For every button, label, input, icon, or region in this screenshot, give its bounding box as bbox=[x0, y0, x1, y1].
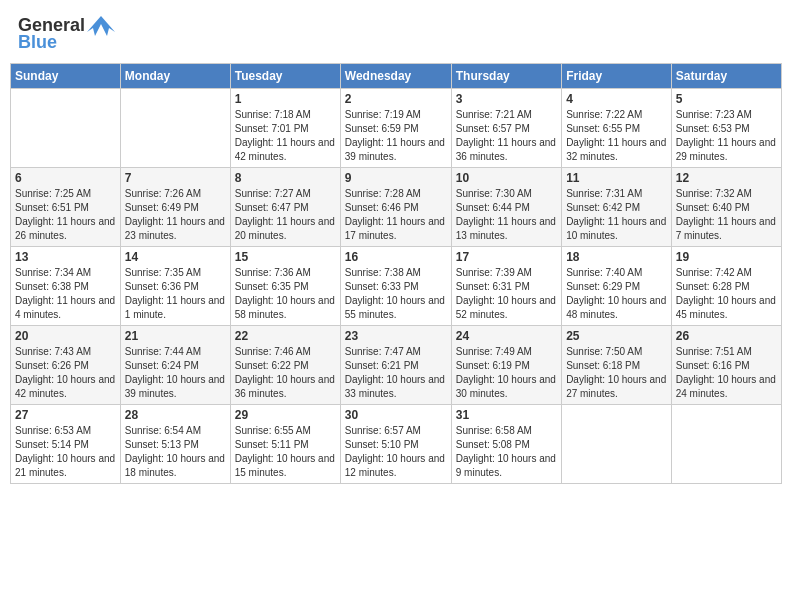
calendar-cell: 22Sunrise: 7:46 AM Sunset: 6:22 PM Dayli… bbox=[230, 326, 340, 405]
calendar-week-row: 6Sunrise: 7:25 AM Sunset: 6:51 PM Daylig… bbox=[11, 168, 782, 247]
logo: General Blue bbox=[18, 14, 115, 53]
calendar-cell bbox=[11, 89, 121, 168]
weekday-header-sunday: Sunday bbox=[11, 64, 121, 89]
day-info: Sunrise: 7:35 AM Sunset: 6:36 PM Dayligh… bbox=[125, 266, 226, 322]
day-info: Sunrise: 7:50 AM Sunset: 6:18 PM Dayligh… bbox=[566, 345, 667, 401]
day-info: Sunrise: 7:39 AM Sunset: 6:31 PM Dayligh… bbox=[456, 266, 557, 322]
day-info: Sunrise: 7:43 AM Sunset: 6:26 PM Dayligh… bbox=[15, 345, 116, 401]
calendar-cell: 16Sunrise: 7:38 AM Sunset: 6:33 PM Dayli… bbox=[340, 247, 451, 326]
day-info: Sunrise: 7:47 AM Sunset: 6:21 PM Dayligh… bbox=[345, 345, 447, 401]
day-info: Sunrise: 6:58 AM Sunset: 5:08 PM Dayligh… bbox=[456, 424, 557, 480]
day-info: Sunrise: 6:55 AM Sunset: 5:11 PM Dayligh… bbox=[235, 424, 336, 480]
day-number: 5 bbox=[676, 92, 777, 106]
day-info: Sunrise: 6:57 AM Sunset: 5:10 PM Dayligh… bbox=[345, 424, 447, 480]
calendar-cell bbox=[562, 405, 672, 484]
day-info: Sunrise: 7:19 AM Sunset: 6:59 PM Dayligh… bbox=[345, 108, 447, 164]
day-number: 6 bbox=[15, 171, 116, 185]
calendar-cell: 23Sunrise: 7:47 AM Sunset: 6:21 PM Dayli… bbox=[340, 326, 451, 405]
day-number: 25 bbox=[566, 329, 667, 343]
calendar-cell: 29Sunrise: 6:55 AM Sunset: 5:11 PM Dayli… bbox=[230, 405, 340, 484]
day-number: 28 bbox=[125, 408, 226, 422]
calendar-cell: 24Sunrise: 7:49 AM Sunset: 6:19 PM Dayli… bbox=[451, 326, 561, 405]
day-info: Sunrise: 7:46 AM Sunset: 6:22 PM Dayligh… bbox=[235, 345, 336, 401]
calendar-cell: 4Sunrise: 7:22 AM Sunset: 6:55 PM Daylig… bbox=[562, 89, 672, 168]
day-number: 17 bbox=[456, 250, 557, 264]
day-number: 20 bbox=[15, 329, 116, 343]
calendar-cell: 20Sunrise: 7:43 AM Sunset: 6:26 PM Dayli… bbox=[11, 326, 121, 405]
calendar-cell: 25Sunrise: 7:50 AM Sunset: 6:18 PM Dayli… bbox=[562, 326, 672, 405]
day-info: Sunrise: 7:34 AM Sunset: 6:38 PM Dayligh… bbox=[15, 266, 116, 322]
day-info: Sunrise: 6:54 AM Sunset: 5:13 PM Dayligh… bbox=[125, 424, 226, 480]
calendar-cell: 21Sunrise: 7:44 AM Sunset: 6:24 PM Dayli… bbox=[120, 326, 230, 405]
calendar-week-row: 20Sunrise: 7:43 AM Sunset: 6:26 PM Dayli… bbox=[11, 326, 782, 405]
calendar-cell: 14Sunrise: 7:35 AM Sunset: 6:36 PM Dayli… bbox=[120, 247, 230, 326]
day-info: Sunrise: 7:26 AM Sunset: 6:49 PM Dayligh… bbox=[125, 187, 226, 243]
day-number: 15 bbox=[235, 250, 336, 264]
calendar-cell bbox=[671, 405, 781, 484]
calendar-cell: 7Sunrise: 7:26 AM Sunset: 6:49 PM Daylig… bbox=[120, 168, 230, 247]
day-number: 4 bbox=[566, 92, 667, 106]
calendar-cell: 2Sunrise: 7:19 AM Sunset: 6:59 PM Daylig… bbox=[340, 89, 451, 168]
day-info: Sunrise: 7:22 AM Sunset: 6:55 PM Dayligh… bbox=[566, 108, 667, 164]
day-number: 14 bbox=[125, 250, 226, 264]
calendar-cell: 13Sunrise: 7:34 AM Sunset: 6:38 PM Dayli… bbox=[11, 247, 121, 326]
logo-blue-text: Blue bbox=[18, 32, 57, 53]
calendar-cell: 11Sunrise: 7:31 AM Sunset: 6:42 PM Dayli… bbox=[562, 168, 672, 247]
day-number: 11 bbox=[566, 171, 667, 185]
weekday-header-saturday: Saturday bbox=[671, 64, 781, 89]
calendar-cell: 18Sunrise: 7:40 AM Sunset: 6:29 PM Dayli… bbox=[562, 247, 672, 326]
day-number: 26 bbox=[676, 329, 777, 343]
day-number: 24 bbox=[456, 329, 557, 343]
calendar-cell: 1Sunrise: 7:18 AM Sunset: 7:01 PM Daylig… bbox=[230, 89, 340, 168]
calendar-cell: 10Sunrise: 7:30 AM Sunset: 6:44 PM Dayli… bbox=[451, 168, 561, 247]
day-info: Sunrise: 7:27 AM Sunset: 6:47 PM Dayligh… bbox=[235, 187, 336, 243]
day-number: 16 bbox=[345, 250, 447, 264]
day-info: Sunrise: 7:51 AM Sunset: 6:16 PM Dayligh… bbox=[676, 345, 777, 401]
svg-marker-0 bbox=[87, 16, 115, 36]
day-number: 22 bbox=[235, 329, 336, 343]
calendar-cell: 5Sunrise: 7:23 AM Sunset: 6:53 PM Daylig… bbox=[671, 89, 781, 168]
weekday-header-monday: Monday bbox=[120, 64, 230, 89]
calendar-cell: 12Sunrise: 7:32 AM Sunset: 6:40 PM Dayli… bbox=[671, 168, 781, 247]
calendar-week-row: 13Sunrise: 7:34 AM Sunset: 6:38 PM Dayli… bbox=[11, 247, 782, 326]
calendar-week-row: 27Sunrise: 6:53 AM Sunset: 5:14 PM Dayli… bbox=[11, 405, 782, 484]
day-number: 3 bbox=[456, 92, 557, 106]
day-info: Sunrise: 7:28 AM Sunset: 6:46 PM Dayligh… bbox=[345, 187, 447, 243]
weekday-header-thursday: Thursday bbox=[451, 64, 561, 89]
day-number: 13 bbox=[15, 250, 116, 264]
day-number: 19 bbox=[676, 250, 777, 264]
day-number: 10 bbox=[456, 171, 557, 185]
day-info: Sunrise: 7:32 AM Sunset: 6:40 PM Dayligh… bbox=[676, 187, 777, 243]
day-info: Sunrise: 7:42 AM Sunset: 6:28 PM Dayligh… bbox=[676, 266, 777, 322]
calendar-cell: 30Sunrise: 6:57 AM Sunset: 5:10 PM Dayli… bbox=[340, 405, 451, 484]
day-info: Sunrise: 7:30 AM Sunset: 6:44 PM Dayligh… bbox=[456, 187, 557, 243]
calendar-cell: 19Sunrise: 7:42 AM Sunset: 6:28 PM Dayli… bbox=[671, 247, 781, 326]
calendar-table: SundayMondayTuesdayWednesdayThursdayFrid… bbox=[10, 63, 782, 484]
day-number: 18 bbox=[566, 250, 667, 264]
day-info: Sunrise: 7:21 AM Sunset: 6:57 PM Dayligh… bbox=[456, 108, 557, 164]
day-info: Sunrise: 7:40 AM Sunset: 6:29 PM Dayligh… bbox=[566, 266, 667, 322]
day-info: Sunrise: 7:38 AM Sunset: 6:33 PM Dayligh… bbox=[345, 266, 447, 322]
calendar-cell: 26Sunrise: 7:51 AM Sunset: 6:16 PM Dayli… bbox=[671, 326, 781, 405]
day-number: 7 bbox=[125, 171, 226, 185]
calendar-cell: 17Sunrise: 7:39 AM Sunset: 6:31 PM Dayli… bbox=[451, 247, 561, 326]
page-header: General Blue bbox=[10, 10, 782, 57]
calendar-cell: 15Sunrise: 7:36 AM Sunset: 6:35 PM Dayli… bbox=[230, 247, 340, 326]
calendar-cell bbox=[120, 89, 230, 168]
day-number: 31 bbox=[456, 408, 557, 422]
day-number: 8 bbox=[235, 171, 336, 185]
calendar-cell: 9Sunrise: 7:28 AM Sunset: 6:46 PM Daylig… bbox=[340, 168, 451, 247]
day-info: Sunrise: 7:44 AM Sunset: 6:24 PM Dayligh… bbox=[125, 345, 226, 401]
calendar-header-row: SundayMondayTuesdayWednesdayThursdayFrid… bbox=[11, 64, 782, 89]
day-info: Sunrise: 7:36 AM Sunset: 6:35 PM Dayligh… bbox=[235, 266, 336, 322]
day-number: 29 bbox=[235, 408, 336, 422]
day-number: 2 bbox=[345, 92, 447, 106]
calendar-cell: 27Sunrise: 6:53 AM Sunset: 5:14 PM Dayli… bbox=[11, 405, 121, 484]
calendar-week-row: 1Sunrise: 7:18 AM Sunset: 7:01 PM Daylig… bbox=[11, 89, 782, 168]
logo-bird-icon bbox=[87, 14, 115, 36]
calendar-cell: 31Sunrise: 6:58 AM Sunset: 5:08 PM Dayli… bbox=[451, 405, 561, 484]
weekday-header-friday: Friday bbox=[562, 64, 672, 89]
day-number: 1 bbox=[235, 92, 336, 106]
day-info: Sunrise: 6:53 AM Sunset: 5:14 PM Dayligh… bbox=[15, 424, 116, 480]
calendar-cell: 6Sunrise: 7:25 AM Sunset: 6:51 PM Daylig… bbox=[11, 168, 121, 247]
